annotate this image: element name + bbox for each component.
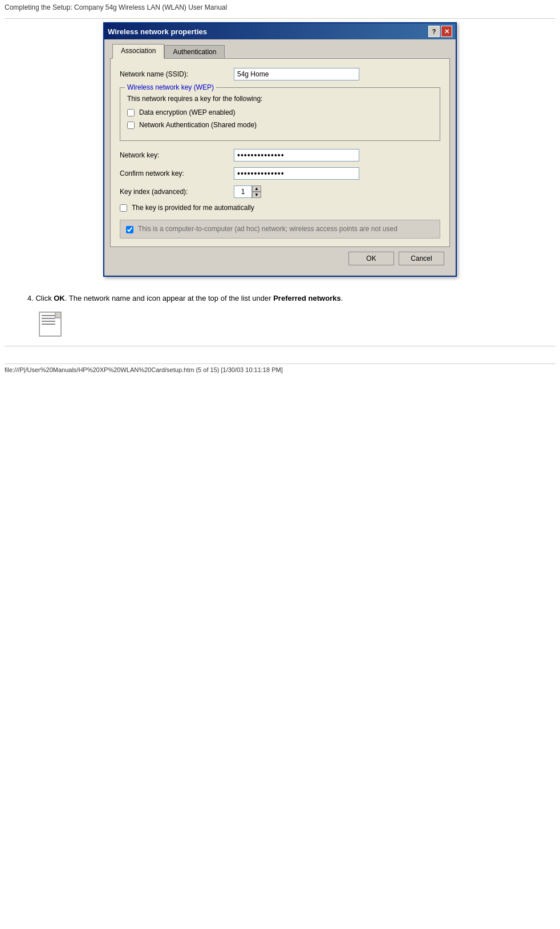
step4-end: . xyxy=(341,294,343,302)
network-key-row: Network key: xyxy=(120,149,440,161)
step4-text: 4. Click OK. The network name and icon a… xyxy=(16,294,343,302)
tab-authentication[interactable]: Authentication xyxy=(164,45,225,59)
key-index-label: Key index (advanced): xyxy=(120,188,234,196)
step4-text-part2: . The network name and icon appear at th… xyxy=(65,294,273,302)
network-auth-row: Network Authentication (Shared mode) xyxy=(127,121,433,129)
tab-association-label: Association xyxy=(121,47,156,55)
adhoc-checkbox[interactable] xyxy=(126,226,133,233)
tabs-area: Association Authentication xyxy=(110,44,450,59)
step4-bold1: OK xyxy=(54,294,65,302)
note-icon-wrapper xyxy=(39,312,62,337)
note-line-2 xyxy=(42,318,55,319)
footer-divider xyxy=(5,346,555,346)
wep-group-box: Wireless network key (WEP) This network … xyxy=(120,87,440,141)
ok-button[interactable]: OK xyxy=(348,252,394,265)
spinner-buttons: ▲ ▼ xyxy=(252,185,261,198)
wep-description: This network requires a key for the foll… xyxy=(127,95,433,103)
page-footer: file:///P|/User%20Manuals/HP%20XP%20WLAN… xyxy=(5,363,555,373)
auto-key-label: The key is provided for me automatically xyxy=(132,204,254,212)
title-bar-buttons: ? ✕ xyxy=(428,26,452,37)
close-button[interactable]: ✕ xyxy=(441,26,452,37)
cancel-button[interactable]: Cancel xyxy=(399,252,444,265)
header-divider xyxy=(5,18,555,19)
note-corner xyxy=(55,313,60,318)
network-key-label: Network key: xyxy=(120,151,234,159)
dialog-wrapper: Wireless network properties ? ✕ Associat… xyxy=(16,22,544,277)
spinner-up-button[interactable]: ▲ xyxy=(252,185,261,192)
note-line-4 xyxy=(42,324,55,325)
confirm-key-row: Confirm network key: xyxy=(120,167,440,180)
page-header-text: Completing the Setup: Company 54g Wirele… xyxy=(5,3,227,11)
data-encryption-row: Data encryption (WEP enabled) xyxy=(127,108,433,116)
adhoc-text: This is a computer-to-computer (ad hoc) … xyxy=(138,225,397,233)
confirm-key-label: Confirm network key: xyxy=(120,169,234,177)
adhoc-box: This is a computer-to-computer (ad hoc) … xyxy=(120,220,440,239)
panel: Network name (SSID): Wireless network ke… xyxy=(110,58,450,247)
dialog-title: Wireless network properties xyxy=(108,27,207,36)
spinner-down-button[interactable]: ▼ xyxy=(252,192,261,198)
help-button[interactable]: ? xyxy=(428,26,440,37)
network-name-input[interactable] xyxy=(234,68,359,80)
step4-bold2: Preferred networks xyxy=(273,294,341,302)
key-index-input[interactable] xyxy=(234,185,252,198)
dialog-footer: OK Cancel xyxy=(110,247,450,270)
note-icon xyxy=(39,312,62,337)
auto-key-checkbox[interactable] xyxy=(120,204,127,212)
dialog-content: Association Authentication Network name … xyxy=(104,39,456,276)
tab-association[interactable]: Association xyxy=(112,44,164,59)
network-name-label: Network name (SSID): xyxy=(120,70,234,78)
data-encryption-checkbox[interactable] xyxy=(127,109,135,116)
note-line-1 xyxy=(42,315,55,316)
network-key-input[interactable] xyxy=(234,149,359,161)
tab-authentication-label: Authentication xyxy=(173,48,216,56)
confirm-key-input[interactable] xyxy=(234,167,359,180)
wireless-network-properties-dialog: Wireless network properties ? ✕ Associat… xyxy=(103,22,457,277)
network-auth-label: Network Authentication (Shared mode) xyxy=(139,121,257,129)
main-content: Wireless network properties ? ✕ Associat… xyxy=(5,22,555,342)
step4-text-part1: Click xyxy=(35,294,54,302)
network-name-row: Network name (SSID): xyxy=(120,68,440,80)
page-header: Completing the Setup: Company 54g Wirele… xyxy=(5,2,555,13)
wep-group-legend: Wireless network key (WEP) xyxy=(125,83,216,91)
note-line-3 xyxy=(42,321,55,322)
network-auth-checkbox[interactable] xyxy=(127,122,135,129)
key-index-row: Key index (advanced): ▲ ▼ xyxy=(120,185,440,198)
key-index-spinner: ▲ ▼ xyxy=(234,185,261,198)
page-footer-text: file:///P|/User%20Manuals/HP%20XP%20WLAN… xyxy=(5,366,283,373)
auto-key-row: The key is provided for me automatically xyxy=(120,204,440,212)
data-encryption-label: Data encryption (WEP enabled) xyxy=(139,108,236,116)
title-bar: Wireless network properties ? ✕ xyxy=(104,23,456,39)
step4-number: 4. xyxy=(27,294,34,302)
